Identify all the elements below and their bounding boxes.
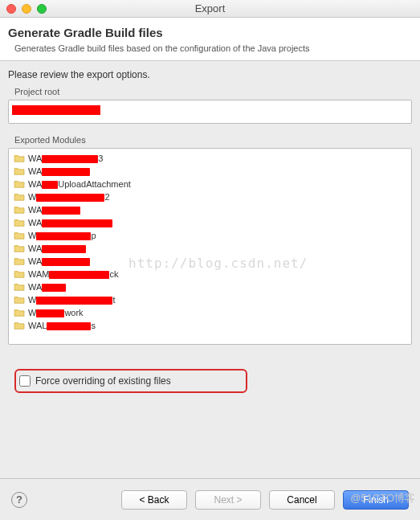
minimize-icon[interactable] xyxy=(22,4,31,14)
folder-icon xyxy=(14,282,25,292)
list-item[interactable]: WA xyxy=(12,255,408,268)
force-override-checkbox[interactable] xyxy=(19,375,31,387)
list-item[interactable]: WA xyxy=(12,280,408,293)
folder-icon xyxy=(14,244,25,253)
list-item[interactable]: WALs xyxy=(12,319,408,332)
folder-icon xyxy=(14,269,25,279)
titlebar: Export xyxy=(0,0,420,18)
list-item[interactable]: WA xyxy=(12,203,408,216)
next-button: Next > xyxy=(195,490,261,510)
exported-modules-list[interactable]: WA3WAWAUploadAttachmentW2WAWAWpWAWAWAMck… xyxy=(8,148,412,345)
force-override-row: Force overriding of existing files xyxy=(14,369,247,393)
back-button[interactable]: < Back xyxy=(121,490,187,510)
footer-bar: ? < Back Next > Cancel Finish xyxy=(0,478,420,520)
folder-icon xyxy=(14,321,25,330)
traffic-lights xyxy=(6,4,47,14)
finish-button[interactable]: Finish xyxy=(343,490,409,510)
content-area: Please review the export options. Projec… xyxy=(0,61,420,393)
folder-icon xyxy=(14,256,25,266)
project-root-label: Project root xyxy=(14,87,412,96)
folder-icon xyxy=(14,179,25,189)
folder-icon xyxy=(14,205,25,215)
list-item[interactable]: WAUploadAttachment xyxy=(12,178,408,190)
exported-modules-label: Exported Modules xyxy=(14,135,412,145)
help-icon[interactable]: ? xyxy=(11,492,27,508)
review-label: Please review the export options. xyxy=(8,69,412,80)
folder-icon xyxy=(14,295,25,305)
folder-icon xyxy=(14,308,25,317)
list-item[interactable]: WA xyxy=(12,242,408,255)
list-item[interactable]: WAMck xyxy=(12,268,408,280)
close-icon[interactable] xyxy=(6,4,16,14)
folder-icon xyxy=(14,231,25,240)
window-title: Export xyxy=(0,2,420,14)
list-item[interactable]: Wp xyxy=(12,229,408,242)
list-item[interactable]: WA xyxy=(12,216,408,229)
list-item[interactable]: Wwork xyxy=(12,306,408,319)
project-root-field[interactable] xyxy=(8,100,412,124)
list-item[interactable]: W2 xyxy=(12,190,408,203)
list-item[interactable]: WA xyxy=(12,165,408,178)
zoom-icon[interactable] xyxy=(37,4,47,14)
wizard-header: Generate Gradle Build files Generates Gr… xyxy=(0,18,420,61)
list-item[interactable]: Wt xyxy=(12,293,408,306)
force-override-label: Force overriding of existing files xyxy=(35,375,171,387)
page-subtitle: Generates Gradle build files based on th… xyxy=(14,43,412,54)
folder-icon xyxy=(14,192,25,202)
list-item[interactable]: WA3 xyxy=(12,152,408,165)
page-title: Generate Gradle Build files xyxy=(8,26,412,39)
folder-icon xyxy=(14,154,25,163)
cancel-button[interactable]: Cancel xyxy=(269,490,335,510)
folder-icon xyxy=(14,166,25,176)
folder-icon xyxy=(14,218,25,227)
